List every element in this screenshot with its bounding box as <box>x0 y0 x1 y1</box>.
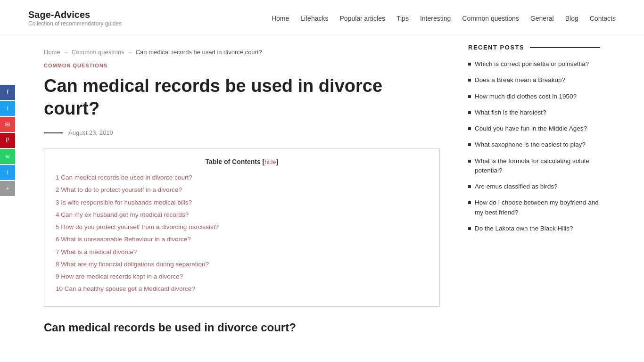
site-header: Sage-Advices Collection of recommendator… <box>0 0 644 34</box>
nav-home[interactable]: Home <box>272 15 289 22</box>
breadcrumb-home[interactable]: Home <box>44 49 60 56</box>
main-content: Home → Common questions → Can medical re… <box>44 34 440 334</box>
article-date: August 23, 2019 <box>68 129 113 136</box>
toc-link-8[interactable]: 8 What are my financial obligations duri… <box>56 261 209 268</box>
toc-item-5: 5 How do you protect yourself from a div… <box>56 222 428 232</box>
toc-title: Table of Contents [hide] <box>56 158 428 165</box>
recent-post-link-4[interactable]: What fish is the hardiest? <box>475 108 546 117</box>
breadcrumb-arrow-1: → <box>63 49 69 56</box>
recent-post-item: Does a Break mean a Breakup? <box>468 75 600 85</box>
toc-item-2: 2 What to do to protect yourself in a di… <box>56 185 428 195</box>
post-bullet <box>468 227 471 230</box>
post-bullet <box>468 185 471 188</box>
site-branding: Sage-Advices Collection of recommendator… <box>28 9 122 27</box>
social-sidebar: f t ✉ P w t + <box>0 85 15 196</box>
recent-post-item: What is the formula for calculating solu… <box>468 156 600 176</box>
post-bullet <box>468 201 471 204</box>
recent-post-link-3[interactable]: How much did clothes cost in 1950? <box>475 92 577 101</box>
nav-popular-articles[interactable]: Popular articles <box>339 15 385 22</box>
date-line-decoration <box>44 132 63 133</box>
post-bullet <box>468 127 471 130</box>
recent-post-link-1[interactable]: Which is correct poinsettia or poinsetti… <box>475 59 589 69</box>
pinterest-share-button[interactable]: P <box>0 133 15 148</box>
toc-item-7: 7 What is a medical divorce? <box>56 247 428 257</box>
breadcrumb-current: Can medical records be used in divorce c… <box>136 49 262 56</box>
toc-link-2[interactable]: 2 What to do to protect yourself in a di… <box>56 186 182 193</box>
recent-post-link-8[interactable]: Are emus classified as birds? <box>475 182 558 191</box>
sidebar-title-line <box>530 47 600 48</box>
nav-tips[interactable]: Tips <box>396 15 409 22</box>
category-label: COMMON QUESTIONS <box>44 63 440 68</box>
toc-item-8: 8 What are my financial obligations duri… <box>56 260 428 269</box>
recent-post-link-7[interactable]: What is the formula for calculating solu… <box>475 156 600 176</box>
recent-post-item: Which is correct poinsettia or poinsetti… <box>468 59 600 69</box>
recent-post-item: Are emus classified as birds? <box>468 182 600 191</box>
facebook-share-button[interactable]: f <box>0 85 15 100</box>
toc-link-6[interactable]: 6 What is unreasonable Behaviour in a di… <box>56 236 191 243</box>
recent-post-item: What saxophone is the easiest to play? <box>468 140 600 149</box>
nav-lifehacks[interactable]: Lifehacks <box>300 15 328 22</box>
nav-general[interactable]: General <box>530 15 554 22</box>
toc-hide-link[interactable]: hide <box>264 158 276 165</box>
table-of-contents: Table of Contents [hide] 1 Can medical r… <box>44 148 440 307</box>
recent-posts-title: RECENT POSTS <box>468 44 600 51</box>
more-share-button[interactable]: + <box>0 181 15 196</box>
breadcrumb: Home → Common questions → Can medical re… <box>44 39 440 63</box>
page-wrapper: Home → Common questions → Can medical re… <box>16 34 628 334</box>
recent-post-item: How much did clothes cost in 1950? <box>468 92 600 101</box>
toc-link-1[interactable]: 1 Can medical records be used in divorce… <box>56 174 192 181</box>
toc-list: 1 Can medical records be used in divorce… <box>56 173 428 294</box>
recent-posts-list: Which is correct poinsettia or poinsetti… <box>468 59 600 233</box>
post-bullet <box>468 95 471 98</box>
post-bullet <box>468 143 471 146</box>
recent-post-link-6[interactable]: What saxophone is the easiest to play? <box>475 140 586 149</box>
toc-item-6: 6 What is unreasonable Behaviour in a di… <box>56 235 428 244</box>
breadcrumb-section[interactable]: Common questions <box>72 49 124 56</box>
recent-post-item: Do the Lakota own the Black Hills? <box>468 224 600 233</box>
article-title: Can medical records be used in divorce c… <box>44 75 440 120</box>
toc-link-4[interactable]: 4 Can my ex husband get my medical recor… <box>56 211 189 218</box>
toc-link-10[interactable]: 10 Can a healthy spouse get a Medicaid d… <box>56 285 195 292</box>
main-nav: Home Lifehacks Popular articles Tips Int… <box>272 15 616 22</box>
recent-post-item: Could you have fun in the Middle Ages? <box>468 124 600 133</box>
toc-link-9[interactable]: 9 How are medical records kept in a divo… <box>56 273 183 280</box>
toc-link-7[interactable]: 7 What is a medical divorce? <box>56 248 137 255</box>
nav-blog[interactable]: Blog <box>565 15 578 22</box>
twitter-share-button[interactable]: t <box>0 101 15 116</box>
site-title[interactable]: Sage-Advices <box>28 9 122 20</box>
post-bullet <box>468 79 471 82</box>
toc-item-3: 3 Is wife responsible for husbands medic… <box>56 198 428 207</box>
recent-post-link-5[interactable]: Could you have fun in the Middle Ages? <box>475 124 587 133</box>
recent-post-link-10[interactable]: Do the Lakota own the Black Hills? <box>475 224 573 233</box>
toc-link-5[interactable]: 5 How do you protect yourself from a div… <box>56 223 219 230</box>
recent-post-item: How do I choose between my boyfriend and… <box>468 198 600 217</box>
toc-link-3[interactable]: 3 Is wife responsible for husbands medic… <box>56 199 192 206</box>
recent-post-link-2[interactable]: Does a Break mean a Breakup? <box>475 75 565 85</box>
toc-item-9: 9 How are medical records kept in a divo… <box>56 272 428 281</box>
post-bullet <box>468 160 471 163</box>
twitter2-share-button[interactable]: t <box>0 165 15 180</box>
post-bullet <box>468 111 471 114</box>
article-date-wrapper: August 23, 2019 <box>44 129 440 136</box>
post-bullet <box>468 63 471 66</box>
email-share-button[interactable]: ✉ <box>0 117 15 132</box>
section-heading: Can medical records be used in divorce c… <box>44 321 440 334</box>
toc-item-10: 10 Can a healthy spouse get a Medicaid d… <box>56 284 428 294</box>
toc-item-1: 1 Can medical records be used in divorce… <box>56 173 428 182</box>
site-tagline: Collection of recommendatory guides <box>28 20 122 27</box>
whatsapp-share-button[interactable]: w <box>0 149 15 164</box>
nav-common-questions[interactable]: Common questions <box>462 15 519 22</box>
sidebar: RECENT POSTS Which is correct poinsettia… <box>468 34 600 334</box>
breadcrumb-arrow-2: → <box>127 49 133 56</box>
recent-post-item: What fish is the hardiest? <box>468 108 600 117</box>
toc-item-4: 4 Can my ex husband get my medical recor… <box>56 210 428 220</box>
nav-contacts[interactable]: Contacts <box>590 15 616 22</box>
nav-interesting[interactable]: Interesting <box>420 15 451 22</box>
recent-post-link-9[interactable]: How do I choose between my boyfriend and… <box>475 198 600 217</box>
